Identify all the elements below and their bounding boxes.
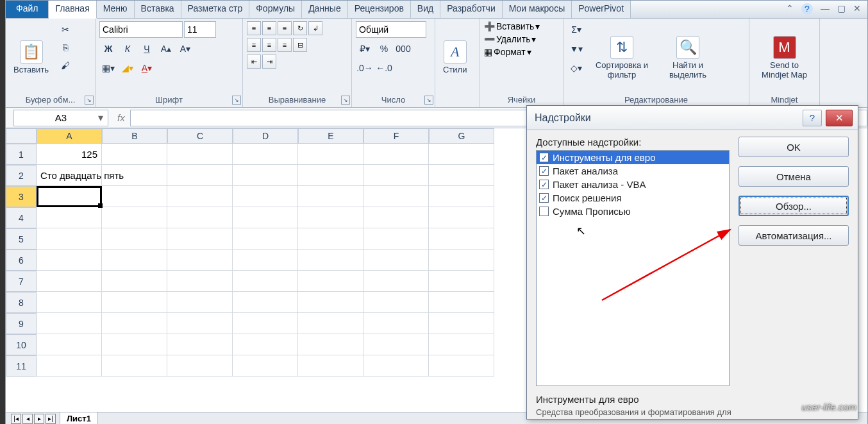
cut-button[interactable]: ✂ — [56, 21, 74, 38]
font-color-button[interactable]: A▾ — [138, 60, 156, 76]
align-right-button[interactable]: ≡ — [278, 38, 292, 52]
row-head-6[interactable]: 6 — [6, 250, 37, 271]
dialog-titlebar[interactable]: Надстройки ? ✕ — [527, 106, 858, 130]
col-head-E[interactable]: E — [298, 128, 363, 144]
tab-developer[interactable]: Разработчи — [440, 1, 503, 18]
addin-item-euro[interactable]: ✓ Инструменты для евро — [537, 151, 729, 164]
tab-macros[interactable]: Мои макросы — [503, 1, 572, 18]
checkbox-icon[interactable]: ✓ — [539, 180, 549, 189]
find-select-button[interactable]: 🔍 Найти и выделить — [658, 21, 717, 94]
delete-cells-button[interactable]: ➖ Удалить ▾ — [484, 34, 540, 44]
decrease-decimal-button[interactable]: ←.0 — [375, 60, 393, 76]
automation-button[interactable]: Автоматизация... — [739, 225, 849, 246]
sheet-last-icon[interactable]: ▸| — [46, 414, 56, 424]
borders-button[interactable]: ▦▾ — [99, 60, 117, 76]
sort-filter-button[interactable]: ⇅ Сортировка и фильтр — [589, 21, 655, 94]
browse-button[interactable]: Обзор... — [739, 196, 849, 216]
row-head-5[interactable]: 5 — [6, 228, 37, 250]
row-head-9[interactable]: 9 — [6, 313, 37, 334]
checkbox-icon[interactable]: ✓ — [539, 153, 549, 162]
col-head-A[interactable]: A — [37, 128, 102, 144]
tab-review[interactable]: Рецензиров — [348, 1, 411, 18]
tab-file[interactable]: Файл — [6, 1, 49, 18]
tab-powerpivot[interactable]: PowerPivot — [572, 1, 631, 18]
cell-A3[interactable] — [37, 186, 102, 207]
col-head-C[interactable]: C — [167, 128, 233, 144]
close-icon[interactable]: ✕ — [853, 3, 861, 15]
row-head-7[interactable]: 7 — [6, 271, 37, 292]
sheet-prev-icon[interactable]: ◂ — [22, 414, 33, 424]
merge-button[interactable]: ⊟ — [293, 38, 307, 52]
percent-button[interactable]: % — [375, 40, 393, 57]
row-head-1[interactable]: 1 — [6, 144, 37, 165]
checkbox-icon[interactable] — [539, 207, 549, 216]
addin-item-sumwords[interactable]: Сумма Прописью — [537, 205, 729, 218]
sheet-next-icon[interactable]: ▸ — [34, 414, 44, 424]
paste-button[interactable]: 📋 Вставить — [10, 21, 53, 94]
comma-button[interactable]: 000 — [394, 40, 412, 57]
name-box-dropdown-icon[interactable]: ▾ — [98, 112, 103, 124]
font-shrink-button[interactable]: A▾ — [176, 40, 194, 57]
italic-button[interactable]: К — [119, 40, 137, 57]
tab-pagelayout[interactable]: Разметка стр — [181, 1, 250, 18]
indent-increase-button[interactable]: ⇥ — [262, 55, 276, 69]
clipboard-launcher[interactable]: ↘ — [85, 96, 94, 105]
copy-button[interactable]: ⎘ — [56, 39, 74, 56]
fx-icon[interactable]: fx — [112, 112, 130, 123]
cell-B1[interactable] — [102, 144, 167, 165]
font-name-select[interactable] — [99, 21, 183, 38]
clear-button[interactable]: ◇▾ — [567, 60, 585, 76]
number-launcher[interactable]: ↘ — [424, 96, 433, 105]
increase-decimal-button[interactable]: .0→ — [356, 60, 374, 76]
tab-home[interactable]: Главная — [49, 1, 96, 19]
row-head-8[interactable]: 8 — [6, 292, 37, 313]
font-grow-button[interactable]: A▴ — [157, 40, 175, 57]
addin-item-solver[interactable]: ✓ Поиск решения — [537, 191, 729, 205]
tab-menu[interactable]: Меню — [97, 1, 135, 18]
autosum-button[interactable]: Σ▾ — [567, 21, 585, 38]
col-head-G[interactable]: G — [429, 128, 494, 144]
currency-button[interactable]: ₽▾ — [356, 40, 374, 57]
align-center-button[interactable]: ≡ — [262, 38, 276, 52]
tab-formulas[interactable]: Формулы — [249, 1, 302, 18]
tab-insert[interactable]: Вставка — [135, 1, 181, 18]
help-icon[interactable]: ? — [801, 3, 813, 15]
format-painter-button[interactable]: 🖌 — [56, 57, 74, 74]
dialog-help-button[interactable]: ? — [803, 110, 822, 126]
addins-listbox[interactable]: ✓ Инструменты для евро ✓ Пакет анализа ✓… — [536, 150, 730, 386]
font-launcher[interactable]: ↘ — [232, 96, 241, 105]
orientation-button[interactable]: ↻ — [293, 21, 307, 35]
align-left-button[interactable]: ≡ — [247, 38, 261, 52]
col-head-D[interactable]: D — [233, 128, 298, 144]
checkbox-icon[interactable]: ✓ — [539, 193, 549, 203]
fill-color-button[interactable]: ◢▾ — [119, 60, 137, 76]
checkbox-icon[interactable]: ✓ — [539, 166, 549, 176]
col-head-B[interactable]: B — [102, 128, 167, 144]
underline-button[interactable]: Ч — [138, 40, 156, 57]
restore-icon[interactable]: ▢ — [837, 3, 846, 15]
cancel-button[interactable]: Отмена — [739, 166, 849, 187]
alignment-launcher[interactable]: ↘ — [341, 96, 350, 105]
col-head-F[interactable]: F — [363, 128, 429, 144]
align-bottom-button[interactable]: ≡ — [278, 21, 292, 35]
row-head-4[interactable]: 4 — [6, 207, 37, 228]
align-top-button[interactable]: ≡ — [247, 21, 261, 35]
minimize-icon[interactable]: — — [821, 3, 830, 15]
bold-button[interactable]: Ж — [99, 40, 117, 57]
sheet-tab-1[interactable]: Лист1 — [60, 412, 98, 424]
dialog-close-button[interactable]: ✕ — [826, 110, 853, 126]
row-head-11[interactable]: 11 — [6, 355, 37, 377]
mindjet-button[interactable]: M Send to Mindjet Map — [753, 21, 815, 94]
tab-view[interactable]: Вид — [411, 1, 440, 18]
styles-button[interactable]: A Стили — [439, 21, 471, 94]
select-all-corner[interactable] — [6, 128, 37, 144]
fill-button[interactable]: ▼▾ — [567, 40, 585, 57]
number-format-select[interactable] — [356, 21, 426, 38]
align-middle-button[interactable]: ≡ — [262, 21, 276, 35]
row-head-3[interactable]: 3 — [6, 186, 37, 207]
addin-item-analysis[interactable]: ✓ Пакет анализа — [537, 164, 729, 178]
cell-A1[interactable]: 125 — [37, 144, 102, 165]
indent-decrease-button[interactable]: ⇤ — [247, 55, 261, 69]
row-head-2[interactable]: 2 — [6, 165, 37, 186]
sheet-first-icon[interactable]: |◂ — [11, 414, 21, 424]
